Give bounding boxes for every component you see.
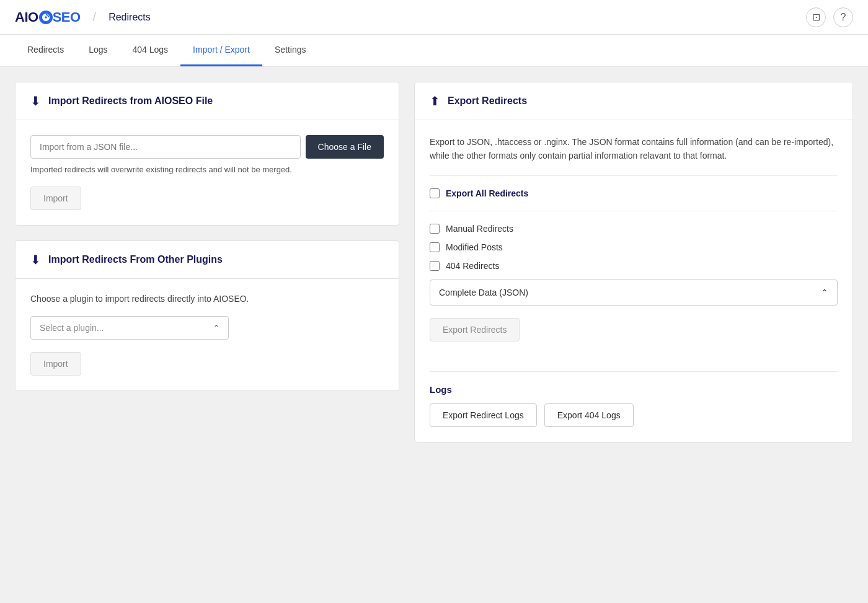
export-card-header: ⬆ Export Redirects [415,82,852,120]
logs-buttons: Export Redirect Logs Export 404 Logs [430,403,838,427]
export-redirects-button[interactable]: Export Redirects [430,318,520,341]
monitor-icon-button[interactable]: ⊡ [806,7,826,27]
json-file-input[interactable] [30,135,301,159]
plugin-select-value: Select a plugin... [40,323,104,333]
help-icon-button[interactable]: ? [833,7,853,27]
tab-404-logs[interactable]: 404 Logs [120,35,181,66]
file-input-row: Choose a File [30,135,384,159]
export-format-value: Complete Data (JSON) [439,288,528,297]
header-divider: / [93,10,97,24]
header-icons: ⊡ ? [806,7,853,27]
logo: AIO SEO [15,9,81,25]
help-icon: ? [841,12,846,23]
manual-redirects-row: Manual Redirects [430,224,838,234]
import-plugins-card: ⬇ Import Redirects From Other Plugins Ch… [15,240,399,391]
import-hint-text: Imported redirects will overwrite existi… [30,165,384,174]
tab-import-export[interactable]: Import / Export [180,35,262,66]
plugin-description: Choose a plugin to import redirects dire… [30,294,384,304]
import-aioseo-icon: ⬇ [30,94,41,108]
export-icon: ⬆ [430,94,440,108]
monitor-icon: ⊡ [812,11,820,23]
main-content: ⬇ Import Redirects from AIOSEO File Choo… [0,67,868,457]
logs-divider [430,371,838,372]
import-aioseo-button[interactable]: Import [30,187,81,210]
header-title: Redirects [108,12,151,23]
export-card-title: Export Redirects [448,95,527,107]
modified-posts-checkbox[interactable] [430,242,440,252]
logo-icon [39,11,53,24]
export-all-label[interactable]: Export All Redirects [446,188,528,198]
import-aioseo-card: ⬇ Import Redirects from AIOSEO File Choo… [15,82,399,226]
header-left: AIO SEO / Redirects [15,9,151,25]
nav-bar: Redirects Logs 404 Logs Import / Export … [0,35,868,67]
404-redirects-label[interactable]: 404 Redirects [446,261,499,271]
manual-redirects-label[interactable]: Manual Redirects [446,224,513,234]
logs-section-title: Logs [430,384,838,395]
import-plugins-header: ⬇ Import Redirects From Other Plugins [16,241,399,279]
404-redirects-checkbox[interactable] [430,261,440,271]
import-plugins-body: Choose a plugin to import redirects dire… [16,279,399,390]
import-aioseo-body: Choose a File Imported redirects will ov… [16,120,399,225]
export-format-dropdown[interactable]: Complete Data (JSON) ⌃ [430,279,838,306]
import-aioseo-title: Import Redirects from AIOSEO File [48,95,213,107]
plugin-select-dropdown[interactable]: Select a plugin... ⌃ [30,316,229,340]
modified-posts-label[interactable]: Modified Posts [446,242,503,252]
import-aioseo-header: ⬇ Import Redirects from AIOSEO File [16,82,399,120]
svg-point-1 [45,16,47,19]
export-404-logs-button[interactable]: Export 404 Logs [544,403,634,427]
import-plugins-title: Import Redirects From Other Plugins [48,254,223,265]
left-column: ⬇ Import Redirects from AIOSEO File Choo… [15,82,399,442]
export-card-body: Export to JSON, .htaccess or .nginx. The… [415,120,852,442]
import-plugins-icon: ⬇ [30,252,41,267]
export-redirect-logs-button[interactable]: Export Redirect Logs [430,403,537,427]
right-column: ⬆ Export Redirects Export to JSON, .htac… [414,82,853,442]
export-all-row: Export All Redirects [430,188,838,198]
tab-settings[interactable]: Settings [262,35,319,66]
manual-redirects-checkbox[interactable] [430,224,440,234]
export-card: ⬆ Export Redirects Export to JSON, .htac… [414,82,853,442]
header: AIO SEO / Redirects ⊡ ? [0,0,868,35]
404-redirects-row: 404 Redirects [430,261,838,271]
export-description: Export to JSON, .htaccess or .nginx. The… [430,135,838,163]
modified-posts-row: Modified Posts [430,242,838,252]
export-divider-2 [430,211,838,211]
tab-redirects[interactable]: Redirects [15,35,76,66]
export-format-chevron-icon: ⌃ [821,288,828,297]
logo-seo-text: SEO [53,9,81,25]
export-divider-1 [430,175,838,176]
plugin-select-chevron-icon: ⌃ [213,324,219,332]
logo-aio-text: AIO [15,9,38,25]
export-all-checkbox[interactable] [430,188,440,198]
import-plugin-button[interactable]: Import [30,352,81,376]
choose-file-button[interactable]: Choose a File [306,135,384,159]
tab-logs[interactable]: Logs [76,35,120,66]
